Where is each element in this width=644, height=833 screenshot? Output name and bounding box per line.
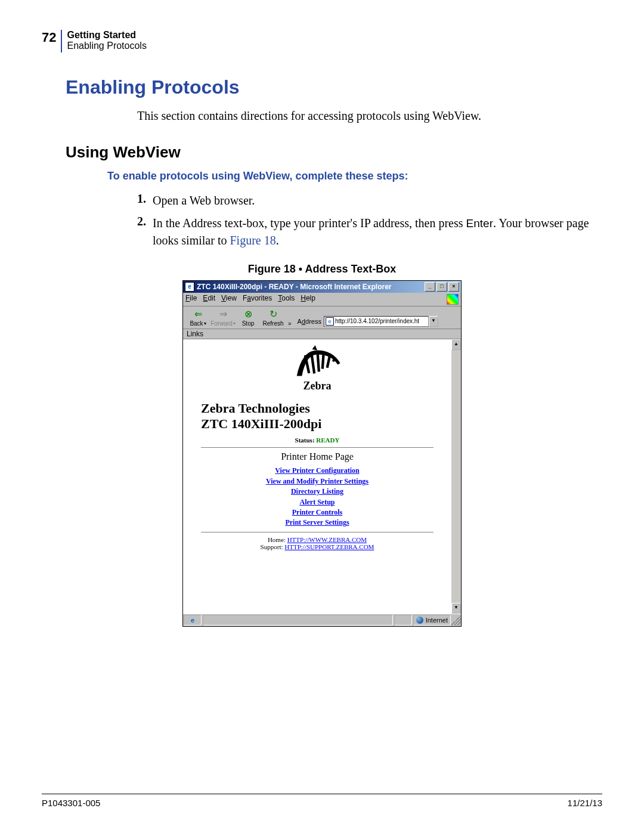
key-name: Enter: [466, 217, 493, 230]
step-text-part: .: [276, 234, 279, 247]
status-ie-icon: e: [184, 615, 202, 625]
doc-date: 11/21/13: [568, 798, 602, 808]
divider: [201, 532, 434, 532]
menu-edit[interactable]: Edit: [203, 294, 215, 305]
menubar: File Edit View Favorites Tools Help: [183, 293, 461, 306]
page-links: View Printer Configuration View and Modi…: [189, 466, 445, 528]
chapter-title: Getting Started: [67, 30, 146, 41]
heading-2: Using WebView: [66, 143, 602, 162]
home-url[interactable]: HTTP://WWW.ZEBRA.COM: [287, 536, 367, 543]
resize-grip-icon[interactable]: [451, 615, 461, 625]
status-message: [203, 615, 393, 625]
step-number: 2.: [137, 215, 153, 249]
svg-rect-4: [326, 355, 331, 368]
step-text: Open a Web browser.: [153, 192, 602, 209]
forward-button: ⇒ Forward▾: [210, 308, 236, 327]
page-footer: P1043301-005 11/21/13: [42, 794, 602, 808]
chevron-down-icon: ▾: [204, 321, 206, 326]
step-text: In the Address text-box, type your print…: [153, 215, 602, 249]
globe-icon: [416, 617, 423, 624]
svg-point-5: [332, 359, 335, 361]
heading-3: To enable protocols using WebView, compl…: [107, 170, 602, 182]
back-icon: ⇐: [185, 308, 210, 320]
page-link[interactable]: Printer Controls: [189, 507, 445, 518]
zebra-wordmark: Zebra: [275, 380, 359, 392]
svg-text:®: ®: [298, 370, 301, 374]
close-button[interactable]: ×: [448, 282, 459, 292]
address-label: Address: [298, 318, 321, 325]
section-title: Enabling Protocols: [67, 41, 146, 51]
window-title: ZTC 140XiIII-200dpi - READY - Microsoft …: [197, 283, 392, 291]
address-input[interactable]: e http://10.3.4.102/printer/index.ht: [324, 316, 429, 327]
scroll-track[interactable]: [451, 350, 461, 603]
steps-list: 1. Open a Web browser. 2. In the Address…: [137, 192, 602, 249]
refresh-icon: ↻: [261, 308, 286, 320]
intro-text: This section contains directions for acc…: [137, 109, 602, 123]
address-dropdown[interactable]: ▼: [429, 316, 438, 327]
menu-help[interactable]: Help: [301, 294, 315, 305]
company-name: Zebra Technologies: [201, 401, 310, 416]
status-value: READY: [316, 436, 339, 444]
titlebar: e ZTC 140XiIII-200dpi - READY - Microsof…: [183, 281, 461, 293]
toolbar-more[interactable]: »: [286, 320, 294, 327]
vertical-scrollbar[interactable]: ▲ ▼: [451, 339, 461, 614]
status-label: Status:: [295, 436, 317, 444]
divider: [201, 447, 434, 448]
refresh-button[interactable]: ↻ Refresh: [261, 308, 286, 327]
support-url[interactable]: HTTP://SUPPORT.ZEBRA.COM: [284, 543, 374, 550]
refresh-label: Refresh: [261, 320, 286, 327]
zone-label: Internet: [426, 617, 448, 624]
support-label: Support:: [261, 543, 285, 550]
zebra-head-icon: ®: [290, 345, 344, 381]
back-button[interactable]: ⇐ Back▾: [185, 308, 210, 327]
home-page-title: Printer Home Page: [189, 451, 445, 462]
home-label: Home:: [268, 536, 287, 543]
maximize-button[interactable]: □: [436, 282, 447, 292]
status-line: Status: READY: [189, 436, 445, 444]
stop-icon: ⊗: [236, 308, 261, 320]
scroll-down-icon[interactable]: ▼: [451, 603, 461, 614]
step-text-part: In the Address text-box, type your print…: [153, 216, 466, 230]
address-value: http://10.3.4.102/printer/index.ht: [335, 318, 419, 324]
forward-icon: ⇒: [210, 308, 236, 320]
header-separator: [61, 30, 62, 52]
menu-favorites[interactable]: Favorites: [243, 294, 272, 305]
stop-label: Stop: [236, 320, 261, 327]
statusbar: e Internet: [183, 614, 461, 626]
brand-icon: [447, 294, 459, 305]
page-number: 72: [42, 30, 61, 45]
figure-reference[interactable]: Figure 18: [230, 234, 275, 247]
page-link[interactable]: View and Modify Printer Settings: [189, 476, 445, 487]
figure-caption: Figure 18 • Address Text-Box: [42, 263, 602, 275]
model-name: ZTC 140XiIII-200dpi: [201, 416, 321, 431]
menu-file[interactable]: File: [185, 294, 197, 305]
page-link[interactable]: View Printer Configuration: [189, 466, 445, 476]
page-header: 72 Getting Started Enabling Protocols: [42, 30, 602, 52]
menu-tools[interactable]: Tools: [278, 294, 295, 305]
page-link[interactable]: Directory Listing: [189, 487, 445, 497]
zone-indicator: Internet: [413, 615, 451, 625]
svg-rect-1: [310, 352, 315, 373]
status-cell: [394, 615, 412, 625]
forward-label: Forward: [210, 320, 233, 327]
page-content: ® Zebra Zebra Technologies ZTC 140XiIII-…: [183, 339, 461, 614]
links-bar[interactable]: Links: [183, 329, 461, 339]
zebra-logo: ® Zebra: [275, 345, 359, 396]
home-link-line: Home: HTTP://WWW.ZEBRA.COM: [189, 536, 445, 543]
minimize-button[interactable]: _: [425, 282, 435, 292]
page-icon: e: [326, 317, 334, 326]
menu-view[interactable]: View: [221, 294, 237, 305]
toolbar: ⇐ Back▾ ⇒ Forward▾ ⊗ Stop ↻ Refresh » Ad: [183, 306, 461, 329]
support-link-line: Support: HTTP://SUPPORT.ZEBRA.COM: [189, 543, 445, 550]
page-heading: Zebra Technologies ZTC 140XiIII-200dpi: [201, 401, 445, 432]
step-number: 1.: [137, 192, 153, 209]
ie-icon: e: [185, 282, 194, 292]
page-link[interactable]: Alert Setup: [189, 497, 445, 507]
doc-id: P1043301-005: [42, 798, 100, 808]
scroll-up-icon[interactable]: ▲: [451, 339, 461, 350]
stop-button[interactable]: ⊗ Stop: [236, 308, 261, 327]
browser-window: e ZTC 140XiIII-200dpi - READY - Microsof…: [182, 280, 462, 627]
page-link[interactable]: Print Server Settings: [189, 518, 445, 528]
heading-1: Enabling Protocols: [66, 76, 602, 98]
back-label: Back: [190, 320, 203, 327]
